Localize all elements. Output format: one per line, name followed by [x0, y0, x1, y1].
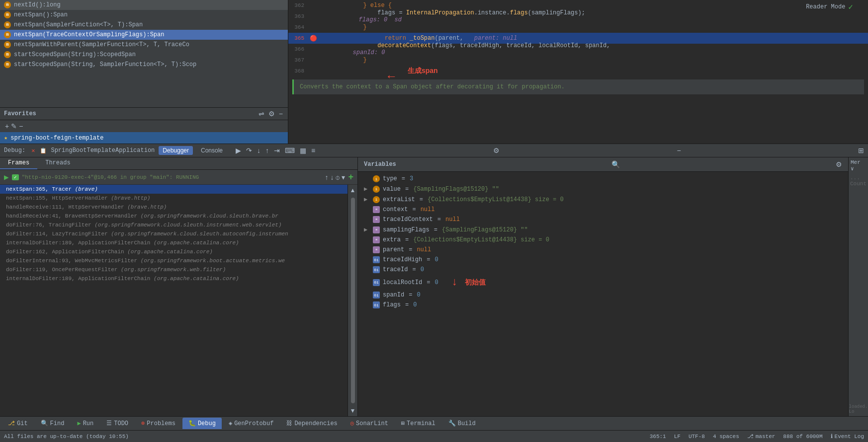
expand-icon[interactable] — [364, 206, 370, 213]
favorites-expand-btn[interactable]: ⇌ — [258, 110, 265, 118]
status-event-log[interactable]: ℹ Event Log — [831, 433, 864, 440]
var-item-traceid[interactable]: 0i traceId = 0 — [358, 265, 848, 275]
frame-item[interactable]: nextSpan:155, HttpServerHandler (brave.h… — [0, 194, 347, 203]
status-encoding[interactable]: UTF-8 — [689, 433, 705, 440]
favorites-settings-btn[interactable]: ⚙ — [267, 110, 276, 118]
expand-icon[interactable] — [364, 246, 370, 253]
resume-btn[interactable]: ▶ — [235, 147, 242, 154]
var-item-extra[interactable]: ≡ extra = {Collections$EmptyList@14438} … — [358, 235, 848, 245]
frame-item[interactable]: internalDoFilter:189, ApplicationFilterC… — [0, 274, 347, 283]
run-to-cursor-btn[interactable]: ⇥ — [273, 147, 281, 154]
frame-item[interactable]: internalDoFilter:189, ApplicationFilterC… — [0, 238, 347, 247]
frames-view-btn[interactable]: ▦ — [299, 147, 307, 154]
frame-item-selected[interactable]: nextSpan:365, Tracer (brave) — [0, 185, 347, 194]
var-item-parent[interactable]: ≡ parent = null — [358, 245, 848, 255]
tab-genprotobuf[interactable]: ◈ GenProtobuf — [223, 418, 279, 429]
expand-icon[interactable] — [364, 292, 370, 298]
method-item-nextspan[interactable]: m nextSpan():Span — [0, 10, 288, 20]
tab-run[interactable]: ▶ Run — [71, 418, 99, 429]
var-value: {SamplingFlags@15120} "" — [442, 226, 528, 233]
frame-item[interactable]: handleReceive:41, BraveHttpServerHandler… — [0, 212, 347, 221]
debug-toolbar-icons: ▶ ↷ ↓ ↑ ⇥ ⌨ ▦ ≡ — [235, 147, 316, 154]
method-item-nextid[interactable]: m nextId():long — [0, 0, 288, 10]
step-out-btn[interactable]: ↑ — [264, 147, 270, 154]
frame-item[interactable]: doFilter:162, ApplicationFilterChain (or… — [0, 247, 347, 256]
frame-item[interactable]: doFilter:76, TracingFilter (org.springfr… — [0, 221, 347, 229]
tab-build[interactable]: 🔧 Build — [442, 418, 482, 429]
step-into-btn[interactable]: ↓ — [256, 147, 261, 154]
var-item-spanid[interactable]: 0i spanId = 0 — [358, 290, 848, 300]
status-spaces[interactable]: 4 spaces — [713, 433, 739, 440]
status-memory[interactable]: 888 of 6000M — [783, 433, 822, 440]
status-lf[interactable]: LF — [674, 433, 681, 440]
tab-terminal[interactable]: ⊞ Terminal — [395, 418, 441, 429]
method-item-nextspan-parent[interactable]: m nextSpanWithParent(SamplerFunction<T>,… — [0, 40, 288, 50]
tab-todo[interactable]: ☰ TODO — [100, 418, 134, 429]
var-item-localrootid[interactable]: 0i localRootId = 0 ↓ 初始值 — [358, 275, 848, 290]
var-item-type[interactable]: i type = 3 — [358, 174, 848, 184]
frames-panel: Frames Threads ▶ ✓ "http-nio-9120-exec-4… — [0, 157, 358, 416]
frame-item[interactable]: doFilter:114, LazyTracingFilter (org.spr… — [0, 229, 347, 238]
frame-down-btn[interactable]: ↓ — [330, 173, 334, 181]
add-frame-btn[interactable]: + — [348, 172, 353, 182]
frame-filter-btn[interactable]: ⌽ — [336, 173, 340, 181]
favorites-item[interactable]: ★ spring-boot-feign-template — [0, 132, 288, 144]
scroll-up-btn[interactable]: ▲ — [350, 185, 356, 196]
frame-up-btn[interactable]: ↑ — [325, 173, 328, 181]
expand-icon[interactable] — [364, 279, 370, 286]
expand-icon[interactable]: ▶ — [364, 185, 370, 193]
tab-debug[interactable]: 🐛 Debug — [182, 418, 222, 429]
expand-icon[interactable]: ▶ — [364, 196, 370, 203]
favorites-minimize-btn[interactable]: − — [278, 110, 284, 118]
evaluate-btn[interactable]: ⌨ — [284, 147, 296, 154]
var-item-traceidhigh[interactable]: 0i traceIdHigh = 0 — [358, 255, 848, 265]
step-over-btn[interactable]: ↷ — [245, 147, 253, 154]
expand-icon[interactable] — [364, 256, 370, 263]
expand-icon[interactable] — [364, 175, 370, 182]
var-item-extralist[interactable]: ▶ i extraList = {Collections$EmptyList@1… — [358, 194, 848, 205]
expand-icon[interactable] — [364, 266, 370, 273]
method-item-startscoped1[interactable]: m startScopedSpan(String):ScopedSpan — [0, 50, 288, 60]
scroll-down-btn[interactable]: ▼ — [350, 405, 356, 416]
tab-git[interactable]: ⎇ Git — [2, 418, 34, 429]
var-item-samplingflags[interactable]: ▶ ≡ samplingFlags = {SamplingFlags@15120… — [358, 224, 848, 235]
var-item-value[interactable]: ▶ i value = {SamplingFlags@15120} "" — [358, 184, 848, 194]
favorites-remove-btn[interactable]: − — [18, 122, 24, 130]
panel-expand-btn[interactable]: ⊞ — [858, 147, 864, 154]
status-branch[interactable]: ⎇ master — [747, 433, 776, 440]
var-name: samplingFlags — [383, 226, 430, 233]
method-item-nextspan-trace[interactable]: m nextSpan(TraceContextOrSamplingFlags):… — [0, 30, 288, 40]
expand-icon[interactable] — [364, 301, 370, 308]
var-equals: = — [427, 256, 430, 263]
tab-find[interactable]: 🔍 Find — [35, 418, 71, 429]
var-item-flags[interactable]: 0i flags = 0 — [358, 300, 848, 310]
favorites-add-btn[interactable]: + — [4, 122, 10, 130]
variables-settings-btn[interactable]: ⚙ — [836, 160, 842, 168]
tab-console[interactable]: Console — [197, 146, 227, 155]
tab-problems[interactable]: ⊗ Problems — [135, 418, 181, 429]
variables-search-btn[interactable]: 🔍 — [611, 160, 620, 168]
scrollbar-thumb[interactable] — [351, 198, 355, 403]
close-icon[interactable]: ✕ — [31, 147, 35, 154]
tab-debugger[interactable]: Debugger — [159, 146, 193, 155]
tab-frames[interactable]: Frames — [0, 157, 37, 169]
var-item-traceidcontext[interactable]: ≡ traceIdContext = null — [358, 215, 848, 224]
favorites-edit-btn[interactable]: ✎ — [10, 122, 18, 130]
var-item-context[interactable]: ≡ context = null — [358, 205, 848, 215]
status-position[interactable]: 365:1 — [650, 433, 666, 440]
tab-dependencies[interactable]: ⛓ Dependencies — [280, 418, 343, 429]
frame-item[interactable]: doFilterInternal:93, WebMvcMetricsFilter… — [0, 256, 347, 265]
debug-minimize-btn[interactable]: − — [677, 147, 681, 154]
frame-menu-btn[interactable]: ▾ — [342, 173, 345, 181]
tab-threads[interactable]: Threads — [37, 157, 78, 169]
method-item-startscoped2[interactable]: m startScopedSpan(String, SamplerFunctio… — [0, 60, 288, 70]
expand-icon[interactable]: ▶ — [364, 226, 370, 233]
threads-view-btn[interactable]: ≡ — [310, 147, 316, 154]
tab-sonarlint[interactable]: ◎ SonarLint — [345, 418, 394, 429]
expand-icon[interactable] — [364, 236, 370, 243]
frame-item[interactable]: handleReceive:111, HttpServerHandler (br… — [0, 203, 347, 212]
frame-item[interactable]: doFilter:119, OncePerRequestFilter (org.… — [0, 265, 347, 274]
method-item-nextspan-sampler[interactable]: m nextSpan(SamplerFunction<T>, T):Span — [0, 20, 288, 30]
debug-settings-btn[interactable]: ⚙ — [493, 147, 500, 154]
expand-icon[interactable] — [364, 216, 370, 223]
